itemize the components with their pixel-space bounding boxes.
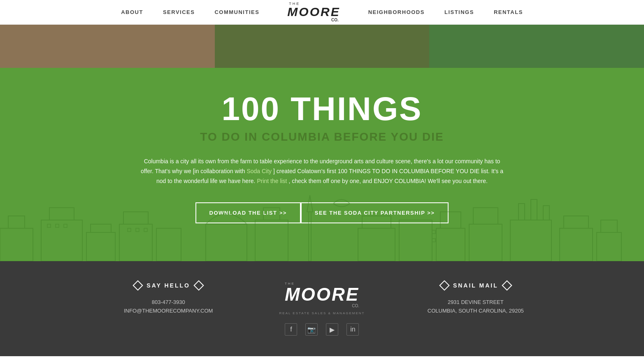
footer-phone[interactable]: 803-477-3930 [152,299,185,305]
svg-rect-30 [56,224,59,227]
svg-rect-19 [469,224,502,261]
logo-co: CO. [331,18,339,22]
nav-rentals[interactable]: RENTALS [494,9,523,15]
svg-rect-5 [91,224,111,232]
linkedin-icon[interactable]: in [346,323,359,336]
image-strip [0,25,644,68]
svg-rect-20 [473,208,498,224]
svg-rect-32 [128,228,131,232]
image-panel-2 [215,25,430,68]
nav-neighborhoods[interactable]: NEIGHBORHOODS [368,9,425,15]
logo-main: MOORE [287,6,340,18]
diamond-left-icon [133,280,143,290]
instagram-icon[interactable]: 📷 [305,323,318,336]
svg-rect-4 [86,232,115,261]
svg-rect-35 [432,230,435,234]
print-list-link[interactable]: Print the list [257,178,287,184]
svg-rect-12 [309,212,311,261]
svg-rect-16 [399,220,432,261]
hero-body-text3: , check them off one by one, and ENJOY C… [288,178,488,184]
soda-city-link[interactable]: Soda City [246,168,272,174]
footer-logo-main: MOORE [285,285,359,304]
svg-rect-3 [49,208,74,220]
hero-subheading: TO DO IN COLUMBIA BEFORE YOU DIE [200,130,444,144]
svg-rect-24 [543,206,549,220]
footer-columns: SAY HELLO 803-477-3930 INFO@THEMOORECOMP… [75,282,569,336]
svg-rect-29 [47,224,51,227]
footer-logo-co: CO. [352,304,359,308]
svg-rect-25 [560,228,593,261]
svg-rect-0 [0,228,33,261]
nav-listings[interactable]: LISTINGS [444,9,474,15]
facebook-icon[interactable]: f [285,323,297,336]
footer: SAY HELLO 803-477-3930 INFO@THEMOORECOMP… [0,261,644,356]
youtube-icon[interactable]: ▶ [326,323,338,336]
footer-address-line2: COLUMBIA, SOUTH CAROLINA, 29205 [428,308,524,314]
svg-rect-11 [263,208,280,220]
image-panel-1 [0,25,215,68]
snail-mail-label: SNAIL MAIL [441,282,511,289]
footer-address-line1: 2931 DEVINE STREET [448,299,504,305]
diamond-left-icon-2 [439,280,449,290]
svg-rect-1 [8,216,25,228]
image-panel-3 [429,25,644,68]
svg-rect-23 [531,199,537,220]
hero-body: Columbia is a city all its own from the … [137,157,507,186]
skyline-decoration [0,187,644,261]
svg-rect-8 [156,228,181,261]
snail-mail-title: SNAIL MAIL [453,282,498,289]
svg-rect-33 [136,228,139,232]
nav-about[interactable]: ABOUT [121,9,143,15]
footer-col-contact: SAY HELLO 803-477-3930 INFO@THEMOORECOMP… [92,282,245,316]
svg-rect-21 [510,220,551,261]
nav-logo[interactable]: THE MOORE CO. [279,2,348,22]
footer-col-address: SNAIL MAIL 2931 DEVINE STREET COLUMBIA, … [399,282,552,316]
svg-rect-31 [64,224,67,227]
svg-rect-15 [362,216,391,228]
svg-rect-7 [123,212,148,224]
diamond-right-icon-2 [502,280,512,290]
svg-rect-36 [432,239,435,242]
svg-marker-13 [307,195,313,212]
nav-services[interactable]: SERVICES [163,9,195,15]
svg-rect-10 [255,220,288,261]
svg-rect-14 [358,228,395,261]
footer-col-logo: THE MOORE CO. REAL ESTATE SALES & MANAGE… [245,282,399,336]
svg-rect-18 [440,212,461,228]
svg-rect-22 [518,204,525,220]
svg-rect-27 [597,232,621,261]
svg-rect-34 [144,228,147,232]
nav-communities[interactable]: COMMUNITIES [214,9,259,15]
say-hello-title: SAY HELLO [146,282,190,289]
hero-section: 100 THINGS TO DO IN COLUMBIA BEFORE YOU … [0,68,644,261]
footer-logo-sub: REAL ESTATE SALES & MANAGEMENT [279,311,365,315]
svg-rect-28 [601,220,617,232]
social-icons-row: f 📷 ▶ in [285,323,359,336]
navigation: ABOUT SERVICES COMMUNITIES THE MOORE CO.… [0,0,644,25]
svg-rect-17 [436,228,465,261]
hero-heading: 100 THINGS [222,93,423,125]
say-hello-label: SAY HELLO [134,282,202,289]
footer-logo[interactable]: THE MOORE CO. REAL ESTATE SALES & MANAGE… [279,282,365,315]
diamond-right-icon [193,280,204,290]
footer-email[interactable]: INFO@THEMOORECOMPANY.COM [124,308,213,314]
svg-rect-9 [206,224,247,261]
svg-rect-26 [564,216,588,228]
